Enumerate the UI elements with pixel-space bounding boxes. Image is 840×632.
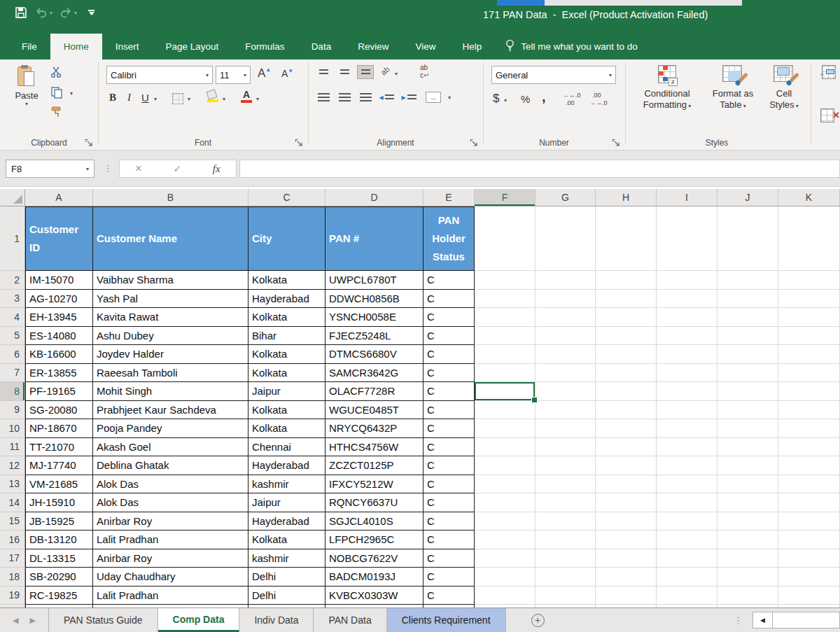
merge-center-icon[interactable]: ↔ bbox=[426, 92, 441, 103]
cell-J13[interactable] bbox=[718, 475, 778, 494]
cell-F3[interactable] bbox=[475, 290, 536, 309]
row-header-7[interactable]: 7 bbox=[0, 364, 25, 383]
borders-dropdown-icon[interactable]: ▾ bbox=[188, 96, 190, 102]
cell-G4[interactable] bbox=[536, 308, 596, 327]
cell-I8[interactable] bbox=[657, 382, 718, 401]
currency-icon[interactable]: $ bbox=[493, 92, 499, 106]
cell-I14[interactable] bbox=[657, 493, 718, 512]
row-header-12[interactable]: 12 bbox=[0, 456, 25, 475]
bottom-align-icon[interactable] bbox=[357, 65, 374, 79]
column-header-E[interactable]: E bbox=[424, 189, 475, 206]
cell-B8[interactable]: Mohit Singh bbox=[93, 382, 248, 401]
cell-B12[interactable]: Deblina Ghatak bbox=[93, 456, 248, 475]
sheetbar-drag-dots[interactable]: ⋮ bbox=[734, 615, 743, 626]
cell-F4[interactable] bbox=[475, 308, 536, 327]
cell-I12[interactable] bbox=[657, 456, 718, 475]
cell-I19[interactable] bbox=[657, 587, 718, 605]
cell-C19[interactable]: Delhi bbox=[248, 587, 326, 605]
cell-A8[interactable]: PF-19165 bbox=[25, 382, 93, 401]
column-header-K[interactable]: K bbox=[778, 189, 840, 206]
decrease-indent-icon[interactable]: ◀ bbox=[378, 90, 395, 104]
cell-H10[interactable] bbox=[596, 419, 657, 438]
cell-I11[interactable] bbox=[657, 438, 718, 457]
cell-G11[interactable] bbox=[536, 438, 596, 457]
cell-D17[interactable]: NOBCG7622V bbox=[326, 549, 424, 568]
cell-D15[interactable]: SGJCL4010S bbox=[326, 512, 424, 531]
align-left-icon[interactable] bbox=[315, 90, 332, 104]
cut-icon[interactable] bbox=[50, 66, 63, 80]
scrollbar-track[interactable] bbox=[773, 612, 840, 629]
redo-dropdown-icon[interactable]: ▾ bbox=[74, 10, 77, 16]
percent-icon[interactable]: % bbox=[521, 93, 530, 105]
cell-K12[interactable] bbox=[778, 456, 840, 475]
cell-E19[interactable]: C bbox=[424, 587, 475, 605]
cell-J9[interactable] bbox=[718, 401, 778, 420]
tab-insert[interactable]: Insert bbox=[102, 34, 153, 59]
fill-color-icon[interactable] bbox=[207, 90, 218, 102]
cell-A13[interactable]: VM-21685 bbox=[25, 475, 93, 494]
column-header-I[interactable]: I bbox=[657, 189, 718, 206]
cell-A7[interactable]: ER-13855 bbox=[25, 364, 93, 383]
cell-K11[interactable] bbox=[778, 438, 840, 457]
format-painter-icon[interactable] bbox=[50, 106, 64, 121]
row-header-17[interactable]: 17 bbox=[0, 549, 25, 568]
row-header-10[interactable]: 10 bbox=[0, 419, 25, 438]
cell-K9[interactable] bbox=[778, 401, 840, 420]
copy-dropdown-icon[interactable]: ▾ bbox=[70, 90, 73, 97]
alignment-dialog-launcher-icon[interactable] bbox=[470, 137, 478, 146]
cell-I18[interactable] bbox=[657, 568, 718, 587]
sheet-tab-pan-data[interactable]: PAN Data bbox=[314, 608, 386, 632]
cell-F18[interactable] bbox=[475, 568, 536, 587]
cell-C15[interactable]: Hayderabad bbox=[248, 512, 326, 531]
cell-B13[interactable]: Alok Das bbox=[93, 475, 248, 494]
cell-D12[interactable]: ZCZCT0125P bbox=[326, 456, 424, 475]
tab-help[interactable]: Help bbox=[449, 34, 495, 59]
cell-I3[interactable] bbox=[657, 290, 718, 309]
row-header-14[interactable]: 14 bbox=[0, 493, 25, 512]
column-header-J[interactable]: J bbox=[718, 189, 778, 206]
cell-F13[interactable] bbox=[475, 475, 536, 494]
increase-decimal-icon[interactable]: ←←.0 .00 bbox=[563, 92, 581, 107]
cell-G10[interactable] bbox=[536, 419, 596, 438]
cell-B11[interactable]: Akash Goel bbox=[93, 438, 248, 457]
cell-J11[interactable] bbox=[718, 438, 778, 457]
cell-H3[interactable] bbox=[596, 290, 657, 309]
row-header-8[interactable]: 8 bbox=[0, 382, 25, 401]
cell-H13[interactable] bbox=[596, 475, 657, 494]
cell-H8[interactable] bbox=[596, 382, 657, 401]
cell-E16[interactable]: C bbox=[424, 531, 475, 549]
cell-A3[interactable]: AG-10270 bbox=[25, 290, 93, 309]
decrease-decimal-icon[interactable]: .00 →→.0 bbox=[589, 92, 608, 107]
cell-B7[interactable]: Raeesah Tamboli bbox=[93, 364, 248, 383]
cell-H5[interactable] bbox=[596, 327, 657, 346]
cell-C8[interactable]: Jaipur bbox=[248, 382, 326, 401]
column-header-D[interactable]: D bbox=[326, 189, 424, 206]
borders-icon[interactable] bbox=[172, 93, 183, 104]
cell-F19[interactable] bbox=[475, 587, 536, 605]
cell-A18[interactable]: SB-20290 bbox=[25, 568, 93, 587]
cell-C5[interactable]: Bihar bbox=[248, 327, 326, 346]
cell-K18[interactable] bbox=[778, 568, 840, 587]
add-sheet-button[interactable]: + bbox=[531, 614, 545, 627]
cell-B17[interactable]: Anirbar Roy bbox=[93, 549, 248, 568]
underline-dropdown-icon[interactable]: ▾ bbox=[154, 96, 157, 102]
underline-icon[interactable]: U bbox=[141, 92, 149, 104]
column-header-C[interactable]: C bbox=[248, 189, 326, 206]
cell-C3[interactable]: Hayderabad bbox=[248, 290, 326, 309]
tab-home[interactable]: Home bbox=[50, 34, 102, 59]
cell-F7[interactable] bbox=[475, 364, 536, 383]
redo-button[interactable]: ▾ bbox=[59, 7, 77, 18]
cell-B18[interactable]: Uday Chaudhary bbox=[93, 568, 248, 587]
shrink-font-icon[interactable]: A▼ bbox=[281, 68, 293, 79]
cell-C7[interactable]: Kolkata bbox=[248, 364, 326, 383]
paste-button[interactable]: Paste ▾ bbox=[8, 65, 45, 107]
cell-D18[interactable]: BADCM0193J bbox=[326, 568, 424, 587]
row-header-1[interactable]: 1 bbox=[0, 206, 25, 271]
sheet-tab-pan-status-guide[interactable]: PAN Status Guide bbox=[49, 608, 158, 632]
cell-E17[interactable]: C bbox=[424, 549, 475, 568]
cell-D13[interactable]: IFXCY5212W bbox=[326, 475, 424, 494]
cell-B16[interactable]: Lalit Pradhan bbox=[93, 531, 248, 549]
cell-styles-button[interactable]: Cell Styles bbox=[764, 65, 804, 111]
cell-H7[interactable] bbox=[596, 364, 657, 383]
wrap-text-icon[interactable]: ab c↵ bbox=[420, 64, 429, 79]
